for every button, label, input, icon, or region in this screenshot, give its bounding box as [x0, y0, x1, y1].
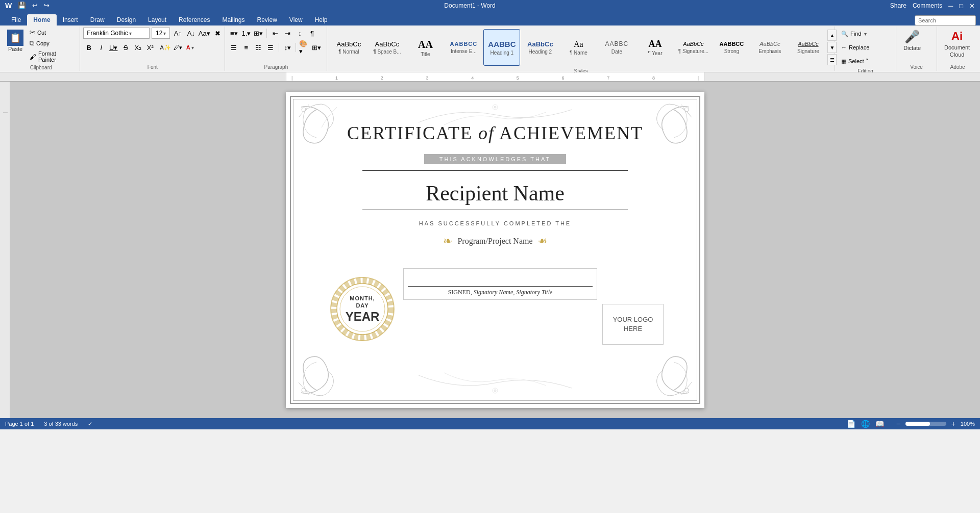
strikethrough-button[interactable]: S	[120, 42, 131, 53]
style-year[interactable]: AA ¶ Year	[636, 29, 673, 66]
style-signature2[interactable]: AaBbCc Signature	[790, 29, 826, 66]
text-highlight-button[interactable]: 🖊▾	[172, 42, 183, 53]
font-color-button[interactable]: A ▾	[184, 42, 195, 53]
style-intense-preview: AABBCC	[450, 41, 478, 47]
style-strong[interactable]: AABBCC Strong	[713, 29, 750, 66]
font-color-dropdown: ▾	[191, 45, 194, 50]
clipboard-group-label: Clipboard	[5, 64, 77, 70]
subscript-button[interactable]: X₂	[132, 42, 143, 53]
ruler-area: | 1 2 3 4 5 6 7 8 |	[0, 72, 980, 82]
zoom-slider[interactable]	[905, 422, 946, 426]
paste-icon: 📋	[7, 30, 23, 46]
change-case-button[interactable]: Aa▾	[199, 28, 210, 39]
dictate-button[interactable]: 🎤 Dictate	[899, 28, 925, 53]
copy-button[interactable]: ⧉ Copy	[28, 38, 77, 48]
superscript-button[interactable]: X²	[144, 42, 156, 53]
style-name[interactable]: Aa ¶ Name	[560, 29, 597, 66]
cert-seal: MONTH, DAY YEAR	[327, 273, 398, 345]
ribbon-group-clipboard: 📋 Paste ✂ Cut ⧉ Copy 🖌 Format Painter Cl…	[2, 27, 80, 71]
style-title[interactable]: AA Title	[407, 29, 444, 66]
align-center-button[interactable]: ≡	[240, 42, 252, 53]
find-button[interactable]: 🔍 Find ▾	[838, 28, 872, 40]
increase-indent-button[interactable]: ⇥	[282, 28, 293, 39]
adobe-group-label: Adobe	[940, 63, 975, 70]
style-heading1[interactable]: AABBC Heading 1	[483, 29, 520, 66]
style-year-name: ¶ Year	[648, 50, 662, 56]
style-h1-preview: AABBC	[488, 40, 516, 49]
sort-button[interactable]: ↕	[294, 28, 305, 39]
quick-access-redo[interactable]: ↪	[44, 2, 50, 10]
tab-review[interactable]: Review	[251, 14, 283, 25]
select-button[interactable]: ▦ Select ˅	[838, 55, 872, 67]
svg-point-3	[684, 388, 689, 392]
font-size-dropdown-arrow: ▾	[163, 31, 166, 36]
comments-button[interactable]: Comments	[913, 2, 942, 10]
view-read-button[interactable]: 📖	[875, 420, 885, 428]
borders-button[interactable]: ⊞▾	[311, 42, 322, 53]
quick-access-save[interactable]: 💾	[18, 2, 26, 10]
align-right-button[interactable]: ☷	[253, 42, 264, 53]
cert-program: Program/Project Name	[457, 237, 532, 246]
style-emphasis[interactable]: AaBbCc Emphasis	[751, 29, 788, 66]
minimize-button[interactable]: ─	[948, 2, 953, 10]
tab-mailings[interactable]: Mailings	[216, 14, 251, 25]
shading-button[interactable]: 🎨▾	[299, 42, 310, 53]
justify-button[interactable]: ☰	[265, 42, 276, 53]
paste-button[interactable]: 📋 Paste	[5, 28, 26, 54]
style-signature[interactable]: AaBbCc ¶ Signature...	[675, 29, 712, 66]
seal-text-wrapper: MONTH, DAY YEAR	[345, 295, 380, 324]
tab-file[interactable]: File	[5, 14, 27, 25]
tab-insert[interactable]: Insert	[57, 14, 84, 25]
underline-button[interactable]: U▾	[108, 42, 119, 53]
line-spacing-button[interactable]: ↕▾	[282, 42, 293, 53]
clear-format-button[interactable]: ✖	[212, 28, 223, 39]
font-size-selector[interactable]: 12 ▾	[152, 28, 170, 39]
style-intense-emphasis[interactable]: AABBCC Intense E...	[445, 29, 482, 66]
style-date[interactable]: AABBC Date	[598, 29, 635, 66]
view-web-button[interactable]: 🌐	[861, 420, 871, 428]
share-button[interactable]: Share	[890, 2, 906, 10]
app-logo-icon[interactable]: W	[5, 2, 12, 10]
multilevel-button[interactable]: ⊞▾	[253, 28, 264, 39]
align-left-button[interactable]: ☰	[228, 42, 239, 53]
style-sig-name: ¶ Signature...	[678, 48, 708, 54]
style-normal[interactable]: AaBbCc ¶ Normal	[330, 29, 367, 66]
ruler-tick: |	[698, 75, 699, 81]
font-name-selector[interactable]: Franklin Gothic ▾	[83, 28, 150, 39]
style-normal-name: ¶ Normal	[338, 49, 359, 55]
view-print-button[interactable]: 📄	[846, 420, 856, 428]
bullets-button[interactable]: ≡▾	[228, 28, 239, 39]
italic-button[interactable]: I	[95, 42, 107, 53]
signatory-title: Signatory Title	[516, 289, 552, 296]
decrease-indent-button[interactable]: ⇤	[270, 28, 281, 39]
font-shrink-button[interactable]: A↓	[185, 28, 197, 39]
font-group-label: Font	[83, 63, 222, 70]
page-scroll-area[interactable]: CERTIFICATE of ACHIEVEMENT THIS ACKNOWLE…	[10, 82, 980, 418]
text-effects-button[interactable]: A✨	[160, 42, 171, 53]
font-grow-button[interactable]: A↑	[172, 28, 183, 39]
show-hide-button[interactable]: ¶	[306, 28, 317, 39]
format-painter-button[interactable]: 🖌 Format Painter	[28, 49, 77, 64]
font-controls: Franklin Gothic ▾ 12 ▾ A↑ A↓ Aa▾ ✖ B I U…	[83, 28, 223, 63]
numbering-button[interactable]: 1.▾	[240, 28, 252, 39]
tab-home[interactable]: Home	[27, 14, 56, 25]
quick-access-undo[interactable]: ↩	[32, 2, 38, 10]
search-input[interactable]	[915, 15, 976, 25]
tab-help[interactable]: Help	[309, 14, 334, 25]
style-heading2[interactable]: AaBbCc Heading 2	[522, 29, 558, 66]
tab-references[interactable]: References	[173, 14, 216, 25]
zoom-in-button[interactable]: +	[948, 420, 959, 428]
tab-view[interactable]: View	[283, 14, 309, 25]
tab-design[interactable]: Design	[111, 14, 142, 25]
close-button[interactable]: ✕	[969, 2, 975, 10]
zoom-out-button[interactable]: −	[893, 420, 903, 428]
document-cloud-button[interactable]: Ai DocumentCloud	[940, 28, 974, 61]
style-space-before[interactable]: AaBbCc ¶ Space B...	[369, 29, 405, 66]
tab-layout[interactable]: Layout	[142, 14, 173, 25]
cut-button[interactable]: ✂ Cut	[28, 28, 77, 37]
bold-button[interactable]: B	[83, 42, 94, 53]
proofing-icon[interactable]: ✓	[88, 421, 92, 427]
maximize-button[interactable]: □	[959, 2, 963, 10]
tab-draw[interactable]: Draw	[84, 14, 111, 25]
replace-button[interactable]: ↔ Replace	[838, 41, 872, 54]
